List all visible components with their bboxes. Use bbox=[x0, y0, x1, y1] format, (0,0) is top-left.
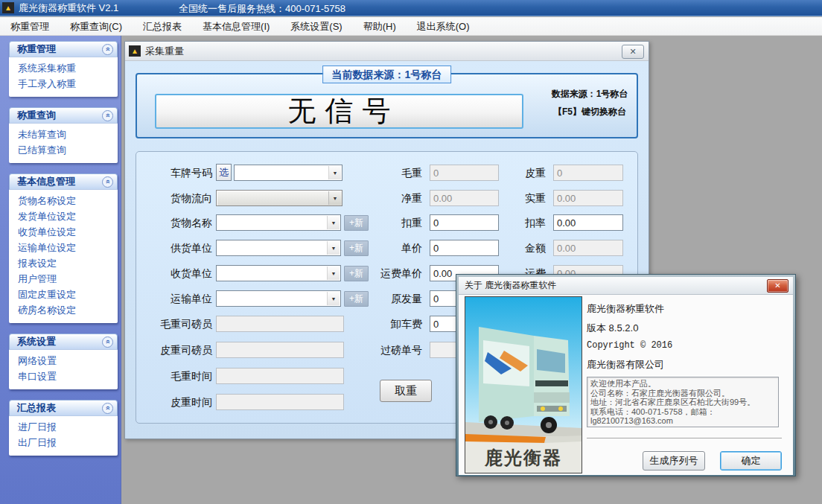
collapse-chevron-icon[interactable]: » bbox=[102, 176, 113, 188]
sidebar: 称重管理 » 系统采集称重 手工录入称重 称重查询 » 未结算查询 已结算查询 … bbox=[0, 36, 121, 504]
sidebar-header-weigh-query[interactable]: 称重查询 » bbox=[9, 107, 118, 124]
sidebar-panel-weigh-manage: 称重管理 » 系统采集称重 手工录入称重 bbox=[9, 41, 118, 97]
collect-weight-titlebar: ▲ 采集重量 ✕ bbox=[125, 42, 649, 61]
collapse-chevron-icon[interactable]: » bbox=[102, 336, 113, 348]
sidebar-panel-summary-report: 汇总报表 » 进厂日报 出厂日报 bbox=[9, 400, 118, 456]
sidebar-item-user-manage[interactable]: 用户管理 bbox=[9, 271, 118, 287]
menu-system-settings[interactable]: 系统设置(S) bbox=[280, 19, 352, 34]
window-title: 采集重量 bbox=[145, 45, 184, 58]
deduct-rate-label: 扣率 bbox=[492, 214, 546, 231]
sidebar-item-unsettled-query[interactable]: 未结算查询 bbox=[9, 127, 118, 142]
supplier-combo[interactable]: ▼ bbox=[216, 240, 341, 256]
take-weight-button[interactable]: 取重 bbox=[380, 380, 432, 402]
weight-signal-display: 无信号 bbox=[155, 94, 523, 129]
sidebar-header-summary-report[interactable]: 汇总报表 » bbox=[9, 400, 118, 416]
unit-price-field[interactable] bbox=[430, 240, 499, 256]
about-company: 鹿光衡器有限公司 bbox=[587, 358, 664, 371]
tare-label: 皮重 bbox=[492, 165, 546, 181]
collapse-chevron-icon[interactable]: » bbox=[102, 110, 113, 121]
original-qty-label: 原发量 bbox=[345, 290, 422, 307]
supplier-label: 供货单位 bbox=[136, 240, 212, 256]
goods-label: 货物名称 bbox=[136, 214, 212, 231]
about-dialog: 关于 鹿光衡器称重软件 ✕ bbox=[456, 274, 796, 476]
menu-help[interactable]: 帮助(H) bbox=[353, 19, 407, 34]
net-label: 净重 bbox=[345, 190, 422, 206]
tare-field bbox=[553, 165, 623, 181]
app-title: 鹿光衡器称重软件 V2.1 bbox=[19, 1, 118, 15]
generate-serial-button[interactable]: 生成序列号 bbox=[643, 451, 705, 470]
collapse-chevron-icon[interactable]: » bbox=[102, 403, 113, 414]
sidebar-item-network-setting[interactable]: 网络设置 bbox=[9, 353, 118, 369]
collapse-chevron-icon[interactable]: » bbox=[102, 44, 113, 55]
window-close-button[interactable]: ✕ bbox=[622, 45, 644, 59]
sidebar-item-report-setting[interactable]: 报表设定 bbox=[9, 255, 118, 271]
app-titlebar: ▲ 鹿光衡器称重软件 V2.1 全国统一售后服务热线：400-071-5758 bbox=[0, 0, 822, 16]
actual-weight-label: 实重 bbox=[492, 190, 546, 206]
plate-pick-button[interactable]: 选 bbox=[216, 164, 232, 181]
sidebar-item-inbound-daily[interactable]: 进厂日报 bbox=[9, 419, 118, 435]
sidebar-header-base-info[interactable]: 基本信息管理 » bbox=[9, 173, 118, 190]
goods-combo[interactable]: ▼ bbox=[216, 214, 341, 231]
about-dialog-close-button[interactable]: ✕ bbox=[767, 279, 788, 293]
tare-operator-field bbox=[216, 342, 344, 358]
plate-combo[interactable]: ▼ bbox=[234, 165, 342, 181]
sidebar-header-weigh-manage[interactable]: 称重管理 » bbox=[9, 41, 118, 57]
about-dialog-titlebar: 关于 鹿光衡器称重软件 bbox=[459, 277, 793, 295]
deduct-weight-field[interactable] bbox=[430, 214, 499, 231]
amount-label: 金额 bbox=[492, 240, 546, 256]
sidebar-panel-base-info: 基本信息管理 » 货物名称设定 发货单位设定 收货单位设定 运输单位设定 报表设… bbox=[9, 173, 118, 323]
menu-base-info[interactable]: 基本信息管理(I) bbox=[192, 19, 280, 34]
menu-bar: 称重管理 称重查询(C) 汇总报表 基本信息管理(I) 系统设置(S) 帮助(H… bbox=[0, 17, 822, 36]
plate-label: 车牌号码 bbox=[136, 165, 212, 181]
gross-field bbox=[430, 165, 499, 181]
window-logo-icon: ▲ bbox=[129, 45, 141, 57]
sidebar-item-transport-setting[interactable]: 运输单位设定 bbox=[9, 240, 118, 255]
sidebar-item-serial-port-setting[interactable]: 串口设置 bbox=[9, 369, 118, 384]
about-dialog-client: 鹿光衡器 鹿光衡器称重软件 版本 8.5.2.0 Copyright © 201… bbox=[459, 295, 793, 475]
tare-time-field bbox=[216, 394, 344, 410]
sidebar-item-goods-name-setting[interactable]: 货物名称设定 bbox=[9, 193, 118, 208]
ok-button[interactable]: 确定 bbox=[720, 451, 782, 470]
deduct-weight-label: 扣重 bbox=[345, 214, 422, 231]
dialog-separator bbox=[587, 438, 782, 439]
transporter-label: 运输单位 bbox=[136, 290, 212, 307]
chevron-down-icon: ▼ bbox=[327, 292, 340, 305]
actual-weight-field bbox=[553, 190, 623, 206]
menu-weigh-query[interactable]: 称重查询(C) bbox=[60, 19, 133, 34]
sidebar-header-label: 称重查询 bbox=[17, 109, 56, 122]
data-source-banner: 当前数据来源：1号称台 bbox=[322, 66, 452, 83]
gross-label: 毛重 bbox=[345, 165, 422, 181]
sidebar-item-manual-entry-weigh[interactable]: 手工录入称重 bbox=[9, 76, 118, 92]
deduct-rate-field[interactable] bbox=[553, 214, 623, 231]
menu-exit[interactable]: 退出系统(O) bbox=[407, 19, 480, 34]
sidebar-panel-system-settings: 系统设置 » 网络设置 串口设置 bbox=[9, 334, 118, 389]
ticket-no-label: 过磅单号 bbox=[345, 342, 422, 358]
receiver-combo[interactable]: ▼ bbox=[216, 265, 341, 281]
source-line1: 数据来源：1号称台 bbox=[541, 85, 638, 103]
flow-label: 货物流向 bbox=[136, 190, 212, 206]
menu-weigh-manage[interactable]: 称重管理 bbox=[0, 19, 60, 34]
sidebar-header-system-settings[interactable]: 系统设置 » bbox=[9, 334, 118, 350]
flow-combo[interactable]: ▼ bbox=[216, 190, 342, 206]
sidebar-header-label: 汇总报表 bbox=[17, 401, 56, 415]
net-field bbox=[430, 190, 499, 206]
sidebar-item-fixed-tare-setting[interactable]: 固定皮重设定 bbox=[9, 287, 118, 302]
hotline-text: 全国统一售后服务热线：400-071-5758 bbox=[179, 2, 345, 16]
transporter-combo[interactable]: ▼ bbox=[216, 290, 341, 307]
freight-price-label: 运费单价 bbox=[345, 265, 422, 281]
sidebar-item-settled-query[interactable]: 已结算查询 bbox=[9, 142, 118, 158]
sidebar-item-outbound-daily[interactable]: 出厂日报 bbox=[9, 435, 118, 450]
gross-time-field bbox=[216, 368, 344, 384]
receiver-label: 收货单位 bbox=[136, 265, 212, 281]
sidebar-item-system-collect-weigh[interactable]: 系统采集称重 bbox=[9, 60, 118, 76]
sidebar-panel-weigh-query: 称重查询 » 未结算查询 已结算查询 bbox=[9, 107, 118, 163]
sidebar-item-sender-setting[interactable]: 发货单位设定 bbox=[9, 208, 118, 224]
sidebar-header-label: 基本信息管理 bbox=[17, 175, 75, 188]
menu-summary-report[interactable]: 汇总报表 bbox=[133, 19, 192, 34]
chevron-down-icon: ▼ bbox=[327, 267, 340, 280]
source-info: 数据来源：1号称台 【F5】键切换称台 bbox=[541, 85, 638, 121]
about-dialog-title: 关于 鹿光衡器称重软件 bbox=[465, 279, 556, 292]
chevron-down-icon: ▼ bbox=[327, 216, 340, 229]
sidebar-item-receiver-setting[interactable]: 收货单位设定 bbox=[9, 224, 118, 240]
sidebar-item-scale-house-setting[interactable]: 磅房名称设定 bbox=[9, 302, 118, 318]
